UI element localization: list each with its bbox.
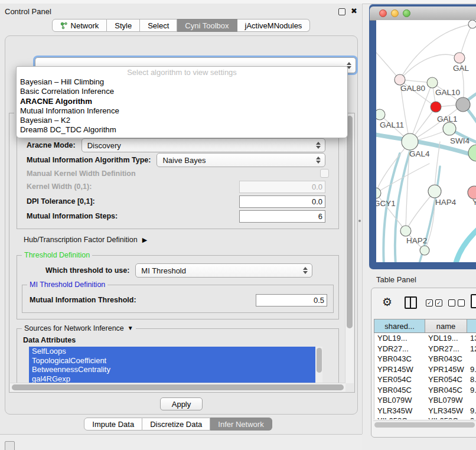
network-node-swi4[interactable] xyxy=(468,145,476,161)
kernel-width-field[interactable]: 0.0 xyxy=(239,181,325,193)
tab-style[interactable]: Style xyxy=(107,19,140,32)
bottom-strip xyxy=(0,434,362,450)
float-panel-icon[interactable] xyxy=(338,8,345,15)
tab-network[interactable]: Network xyxy=(52,19,107,32)
which-threshold-select[interactable]: MI Threshold xyxy=(135,263,312,278)
network-node[interactable] xyxy=(468,20,476,28)
attribute-item-betweennesscentrality[interactable]: BetweennessCentrality xyxy=(29,365,322,374)
dropdown-item-aracne-algorithm[interactable]: ARACNE Algorithm xyxy=(17,97,347,106)
dpi-tolerance-label: DPI Tolerance [0,1]: xyxy=(22,197,95,206)
network-node-hap4[interactable] xyxy=(428,185,441,198)
mi-threshold-field[interactable]: 0.5 xyxy=(256,294,327,306)
tab-jactivemnodules[interactable]: jActiveMNodules xyxy=(237,19,311,32)
node-label-gal10: GAL10 xyxy=(435,88,460,97)
collapse-down-icon[interactable]: ▼ xyxy=(128,324,133,332)
table-row[interactable]: YBL079WYBL079W xyxy=(374,395,476,406)
dpi-tolerance-field[interactable]: 0.0 xyxy=(239,195,325,208)
network-node-y[interactable] xyxy=(468,186,476,199)
network-node-hap2[interactable] xyxy=(400,226,411,236)
attributes-scrollbar[interactable] xyxy=(315,347,322,383)
close-window-button[interactable] xyxy=(379,9,387,17)
dropdown-item-basic-correlation-inference[interactable]: Basic Correlation Inference xyxy=(17,87,347,96)
network-node[interactable] xyxy=(456,97,470,112)
document-icon[interactable] xyxy=(471,294,476,308)
mi-type-select[interactable]: Naive Bayes xyxy=(157,153,325,167)
sources-group: Sources for Network Inference▼ Data Attr… xyxy=(17,328,339,383)
tab-label: Select xyxy=(148,21,169,30)
data-attributes-list[interactable]: SelfLoopsTopologicalCoefficientBetweenne… xyxy=(29,347,322,383)
scrollbar-thumb[interactable] xyxy=(317,348,322,373)
split-pane-handle[interactable] xyxy=(358,220,361,222)
mi-type-value: Naive Bayes xyxy=(157,156,314,165)
network-node-gal1[interactable] xyxy=(443,122,456,135)
network-node-gal10[interactable] xyxy=(427,77,438,88)
network-node-gal11[interactable] xyxy=(376,109,385,120)
close-panel-icon[interactable]: ✖ xyxy=(351,6,357,15)
node-label-y: Y xyxy=(472,198,476,207)
network-node[interactable] xyxy=(420,246,429,255)
table-row[interactable]: YBR043CYBR043C xyxy=(374,354,476,364)
column-header-a[interactable]: A xyxy=(467,319,476,332)
cyni-bottom-tabs: Impute DataDiscretize DataInfer Network xyxy=(84,418,272,431)
mi-threshold-row: Mutual Information Threshold: 0.5 xyxy=(25,293,331,307)
tab-discretize-data[interactable]: Discretize Data xyxy=(142,418,210,431)
tab-select[interactable]: Select xyxy=(140,19,177,32)
dropdown-item-dream8-dc-tdc-algorithm[interactable]: Dream8 DC_TDC Algorithm xyxy=(17,125,347,135)
zoom-window-button[interactable] xyxy=(403,9,410,17)
hub-definition-toggle[interactable]: Hub/Transcription Factor Definition ▶ xyxy=(24,236,345,244)
minimize-window-button[interactable] xyxy=(391,9,399,17)
column-view-icon[interactable] xyxy=(405,296,417,309)
table-body: YDL19...YDL19...13YDR27...YDR27...12YBR0… xyxy=(374,333,476,419)
dropdown-item-bayesian-k2[interactable]: Bayesian – K2 xyxy=(17,116,347,125)
column-header-shared[interactable]: shared... xyxy=(374,319,425,332)
network-edge[interactable] xyxy=(395,151,410,262)
settings-content: Algorithm Definition Aracne Mode: Discov… xyxy=(11,115,345,383)
network-node-gcy1[interactable] xyxy=(376,188,381,198)
table-row[interactable]: YER054CYER054C8. xyxy=(374,374,476,385)
scrollbar-thumb[interactable] xyxy=(12,384,344,390)
table-row[interactable]: YPR145WYPR145W9. xyxy=(374,364,476,375)
table-row[interactable]: YIL052CYIL052C9 xyxy=(374,416,476,419)
table-row[interactable]: YBR045CYBR045C9. xyxy=(374,385,476,396)
table-row[interactable]: YDL19...YDL19...13 xyxy=(374,333,476,344)
aracne-mode-select[interactable]: Discovery xyxy=(81,138,325,152)
network-edge[interactable] xyxy=(455,226,476,262)
network-canvas[interactable]: GALGAL80GAL10GAL11GAL1GAL4SWI4GCY1HAP4YH… xyxy=(376,20,476,262)
network-window[interactable]: GALGAL80GAL10GAL11GAL1GAL4SWI4GCY1HAP4YH… xyxy=(369,4,476,269)
settings-horizontal-scrollbar[interactable] xyxy=(10,383,345,392)
network-edge[interactable] xyxy=(400,54,459,80)
table-cell: 13 xyxy=(467,334,476,343)
tab-cyni-toolbox[interactable]: Cyni Toolbox xyxy=(177,19,237,32)
apply-button[interactable]: Apply xyxy=(160,397,203,410)
tab-impute-data[interactable]: Impute Data xyxy=(84,418,142,431)
network-graph[interactable]: GALGAL80GAL10GAL11GAL1GAL4SWI4GCY1HAP4YH… xyxy=(376,20,476,262)
attribute-item-topologicalcoefficient[interactable]: TopologicalCoefficient xyxy=(29,356,322,366)
network-node[interactable] xyxy=(431,102,441,112)
table-cell: 12 xyxy=(467,344,476,353)
column-header-name[interactable]: name xyxy=(425,319,467,332)
manual-kernel-checkbox[interactable] xyxy=(320,169,329,178)
table-cell: YPR145W xyxy=(425,365,467,374)
table-cell: YLR345W xyxy=(425,406,467,415)
scrollbar-thumb[interactable] xyxy=(374,422,475,428)
gear-icon[interactable]: ⚙ xyxy=(382,296,392,309)
settings-vertical-scrollbar[interactable] xyxy=(345,114,354,383)
attribute-item-gal4rgexp[interactable]: gal4RGexp xyxy=(29,374,322,383)
dropdown-item-mutual-information-inference[interactable]: Mutual Information Inference xyxy=(17,106,347,116)
network-node-gal[interactable] xyxy=(454,53,465,63)
table-row[interactable]: YLR345WYLR345W9. xyxy=(374,406,476,416)
dock-grip-icon[interactable] xyxy=(5,441,15,450)
deselect-all-icon[interactable] xyxy=(448,299,465,306)
dropdown-item-bayesian-hill-climbing[interactable]: Bayesian – Hill Climbing xyxy=(17,77,347,87)
network-window-titlebar[interactable] xyxy=(370,6,476,21)
attribute-item-selfloops[interactable]: SelfLoops xyxy=(29,347,322,356)
mi-steps-field[interactable]: 6 xyxy=(239,210,325,223)
select-all-icon[interactable]: ✓ ✓ xyxy=(426,299,442,306)
tab-infer-network[interactable]: Infer Network xyxy=(210,418,272,431)
table-row[interactable]: YDR27...YDR27...12 xyxy=(374,344,476,354)
network-node-gal4[interactable] xyxy=(402,133,418,150)
scrollbar-thumb[interactable] xyxy=(347,116,353,328)
table-horizontal-scrollbar[interactable] xyxy=(373,420,476,428)
table-cell: YDL19... xyxy=(425,334,467,343)
dropdown-prompt: Select algorithm to view settings xyxy=(17,67,347,77)
